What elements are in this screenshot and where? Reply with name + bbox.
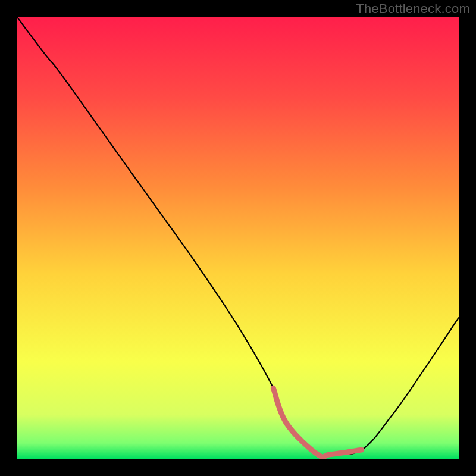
watermark-text: TheBottleneck.com	[356, 1, 470, 17]
chart-plot-area	[17, 17, 459, 459]
bottleneck-chart-svg	[17, 17, 459, 459]
gradient-background	[17, 17, 459, 459]
chart-frame: TheBottleneck.com	[0, 0, 476, 476]
